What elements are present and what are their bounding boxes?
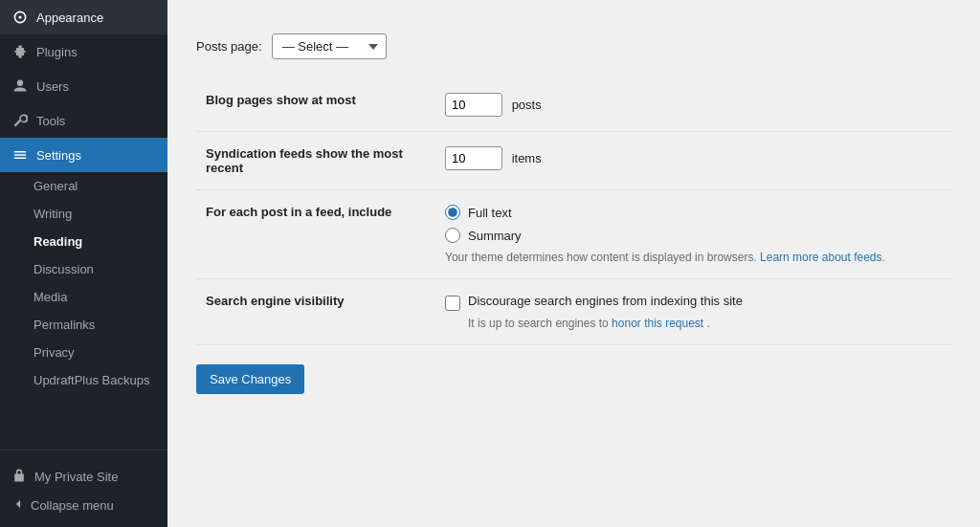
syndication-suffix: items bbox=[512, 151, 542, 165]
wrench-icon bbox=[11, 112, 29, 129]
sidebar-item-tools[interactable]: Tools bbox=[0, 103, 167, 138]
search-engine-checkbox-label: Discourage search engines from indexing … bbox=[468, 294, 743, 308]
svg-rect-1 bbox=[14, 151, 27, 153]
posts-page-label: Posts page: bbox=[196, 39, 262, 54]
sidebar-item-tools-label: Tools bbox=[36, 114, 65, 128]
settings-submenu: General Writing Reading Discussion Media… bbox=[0, 172, 167, 394]
feed-summary-label: Summary bbox=[468, 229, 522, 243]
feed-hint-text: Your theme determines how content is dis… bbox=[445, 251, 757, 264]
collapse-menu-item[interactable]: Collapse menu bbox=[11, 494, 156, 517]
sidebar-sub-item-updraftplus[interactable]: UpdraftPlus Backups bbox=[0, 366, 167, 394]
collapse-menu-label: Collapse menu bbox=[31, 498, 114, 513]
sidebar: Appearance Plugins Users Tools Sett bbox=[0, 0, 167, 527]
sidebar-sub-item-reading[interactable]: Reading bbox=[0, 228, 167, 255]
settings-icon bbox=[11, 146, 29, 164]
paint-icon bbox=[11, 9, 29, 26]
svg-rect-3 bbox=[14, 157, 27, 159]
settings-table: Blog pages show at most posts Syndicatio… bbox=[196, 78, 951, 345]
feed-summary-radio[interactable] bbox=[445, 228, 460, 243]
search-engine-hint: It is up to search engines to honor this… bbox=[445, 317, 942, 330]
feed-summary-option[interactable]: Summary bbox=[445, 228, 942, 243]
search-engine-field: Discourage search engines from indexing … bbox=[435, 279, 951, 345]
syndication-input[interactable] bbox=[445, 146, 502, 170]
sidebar-menu: Appearance Plugins Users Tools Sett bbox=[0, 0, 167, 450]
sidebar-sub-item-writing[interactable]: Writing bbox=[0, 200, 167, 228]
feed-full-text-option[interactable]: Full text bbox=[445, 205, 942, 220]
search-engine-hint-text: It is up to search engines to bbox=[468, 317, 609, 330]
sidebar-sub-item-privacy[interactable]: Privacy bbox=[0, 339, 167, 366]
svg-point-0 bbox=[18, 15, 21, 18]
sidebar-item-plugins-label: Plugins bbox=[36, 45, 78, 59]
feed-full-text-label: Full text bbox=[468, 206, 512, 220]
search-engine-label: Search engine visibility bbox=[196, 279, 435, 345]
sidebar-item-appearance[interactable]: Appearance bbox=[0, 0, 167, 34]
sidebar-item-appearance-label: Appearance bbox=[36, 11, 103, 25]
feed-hint-link[interactable]: Learn more about feeds bbox=[760, 251, 881, 264]
search-engine-hint-end: . bbox=[707, 317, 710, 330]
feed-radio-group: Full text Summary bbox=[445, 205, 942, 243]
syndication-label: Syndication feeds show the most recent bbox=[196, 132, 435, 190]
search-engine-checkbox-row: Discourage search engines from indexing … bbox=[445, 294, 942, 311]
sidebar-item-plugins[interactable]: Plugins bbox=[0, 34, 167, 69]
search-engine-checkbox[interactable] bbox=[445, 296, 460, 311]
blog-pages-suffix: posts bbox=[512, 98, 542, 112]
posts-page-select[interactable]: — Select — bbox=[272, 33, 387, 59]
site-name-label: My Private Site bbox=[34, 470, 118, 484]
syndication-field: items bbox=[435, 132, 951, 190]
blog-pages-row: Blog pages show at most posts bbox=[196, 78, 951, 132]
feed-include-label: For each post in a feed, include bbox=[196, 190, 435, 279]
sidebar-sub-item-permalinks[interactable]: Permalinks bbox=[0, 311, 167, 339]
lock-icon bbox=[11, 468, 27, 486]
feed-include-field: Full text Summary Your theme determines … bbox=[435, 190, 951, 279]
posts-page-row: Posts page: — Select — bbox=[196, 19, 951, 78]
sidebar-sub-item-discussion[interactable]: Discussion bbox=[0, 255, 167, 283]
feed-full-text-radio[interactable] bbox=[445, 205, 460, 220]
sidebar-sub-item-media[interactable]: Media bbox=[0, 283, 167, 311]
user-icon bbox=[11, 77, 29, 95]
syndication-row: Syndication feeds show the most recent i… bbox=[196, 132, 951, 190]
feed-include-row: For each post in a feed, include Full te… bbox=[196, 190, 951, 279]
svg-rect-2 bbox=[14, 154, 27, 156]
settings-arrow-icon bbox=[150, 152, 156, 158]
sidebar-item-settings[interactable]: Settings bbox=[0, 138, 167, 172]
search-engine-row: Search engine visibility Discourage sear… bbox=[196, 279, 951, 345]
blog-pages-field: posts bbox=[435, 78, 951, 132]
blog-pages-label: Blog pages show at most bbox=[196, 78, 435, 132]
sidebar-item-settings-label: Settings bbox=[36, 148, 81, 163]
sidebar-footer: My Private Site Collapse menu bbox=[0, 450, 167, 527]
save-row: Save Changes bbox=[196, 345, 951, 394]
feed-hint: Your theme determines how content is dis… bbox=[445, 251, 942, 264]
sidebar-item-users-label: Users bbox=[36, 79, 69, 94]
sidebar-item-users[interactable]: Users bbox=[0, 69, 167, 103]
search-engine-hint-link[interactable]: honor this request bbox=[612, 317, 703, 330]
collapse-icon bbox=[11, 497, 25, 514]
blog-pages-input[interactable] bbox=[445, 93, 502, 117]
plugin-icon bbox=[11, 43, 29, 60]
main-content: Posts page: — Select — Blog pages show a… bbox=[167, 0, 980, 527]
site-name-item[interactable]: My Private Site bbox=[11, 460, 156, 494]
sidebar-sub-item-general[interactable]: General bbox=[0, 172, 167, 200]
save-button[interactable]: Save Changes bbox=[196, 364, 304, 394]
